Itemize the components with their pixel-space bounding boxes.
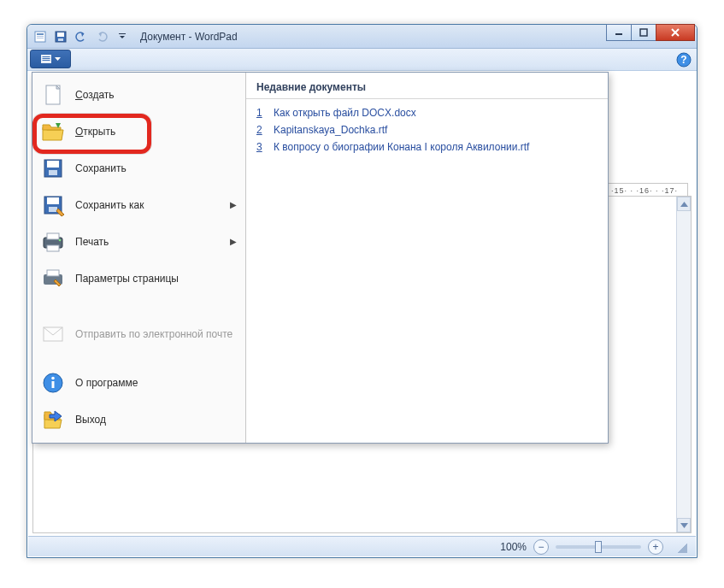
- menu-item-exit[interactable]: Выход: [32, 401, 245, 438]
- menu-item-label: Сохранить как: [75, 199, 221, 211]
- app-icon[interactable]: [31, 27, 50, 46]
- file-menu-commands: СоздатьОткрытьСохранитьСохранить как▶Печ…: [32, 73, 246, 443]
- svg-rect-21: [47, 197, 59, 204]
- svg-rect-19: [49, 170, 57, 175]
- menu-item-print[interactable]: Печать▶: [32, 223, 245, 260]
- close-button[interactable]: [656, 24, 695, 41]
- scroll-down-button[interactable]: [677, 518, 691, 532]
- chevron-right-icon: ▶: [230, 237, 237, 246]
- svg-rect-13: [43, 60, 50, 61]
- window-title: Документ - WordPad: [140, 31, 238, 43]
- menu-item-label: О программе: [75, 377, 237, 389]
- email-icon: [39, 320, 67, 348]
- svg-rect-25: [47, 245, 59, 251]
- menu-item-save-as[interactable]: Сохранить как▶: [32, 186, 245, 223]
- menu-item-label: Сохранить: [75, 162, 237, 174]
- maximize-button[interactable]: [631, 24, 656, 41]
- recent-item-name: Как открыть файл DOCX.docx: [274, 107, 416, 119]
- minimize-button[interactable]: [606, 24, 632, 41]
- svg-rect-8: [615, 33, 622, 35]
- svg-rect-12: [43, 58, 50, 59]
- scroll-up-button[interactable]: [677, 197, 691, 211]
- qat-undo-button[interactable]: [72, 27, 91, 46]
- chevron-down-icon: [55, 57, 61, 62]
- menu-item-new-doc[interactable]: Создать: [32, 76, 245, 113]
- resize-grip[interactable]: [675, 541, 687, 553]
- vertical-scrollbar[interactable]: [676, 197, 691, 532]
- save-as-icon: [39, 191, 67, 219]
- menu-item-open-folder[interactable]: Открыть: [32, 113, 245, 150]
- quick-access-toolbar: [31, 27, 132, 46]
- menu-item-label: Открыть: [75, 126, 237, 138]
- menu-item-label: Отправить по электронной почте: [75, 328, 237, 340]
- about-icon: [39, 369, 67, 397]
- svg-point-26: [59, 238, 62, 241]
- svg-point-32: [51, 376, 55, 379]
- recent-item-number: 3: [256, 141, 265, 153]
- app-window: Документ - WordPad ? ·15· · ·16· · ·17· …: [26, 24, 698, 558]
- help-button[interactable]: ?: [676, 52, 692, 68]
- recent-item-number: 2: [256, 124, 265, 136]
- menu-item-page-setup[interactable]: Параметры страницы: [32, 260, 245, 297]
- zoom-slider-thumb[interactable]: [595, 541, 602, 553]
- menu-item-label: Печать: [75, 236, 221, 248]
- recent-item-name: Kapitanskaya_Dochka.rtf: [274, 124, 387, 136]
- new-doc-icon: [39, 81, 67, 109]
- menu-item-save[interactable]: Сохранить: [32, 150, 245, 186]
- svg-rect-24: [47, 233, 59, 239]
- open-folder-icon: [39, 118, 67, 145]
- zoom-in-button[interactable]: +: [648, 539, 663, 555]
- titlebar: Документ - WordPad: [27, 25, 697, 49]
- svg-rect-6: [58, 38, 63, 41]
- svg-rect-5: [57, 32, 64, 37]
- recent-item-number: 1: [256, 107, 265, 119]
- ribbon: ?: [27, 49, 697, 71]
- svg-rect-7: [119, 33, 126, 34]
- menu-item-label: Параметры страницы: [75, 273, 237, 285]
- qat-customize-button[interactable]: [113, 27, 132, 46]
- menu-item-email: Отправить по электронной почте: [32, 315, 245, 352]
- file-tab[interactable]: [30, 50, 71, 68]
- svg-rect-1: [37, 33, 44, 35]
- menu-item-about[interactable]: О программе: [32, 364, 245, 401]
- qat-redo-button[interactable]: [92, 27, 111, 46]
- svg-rect-28: [47, 270, 59, 276]
- svg-rect-18: [47, 161, 59, 168]
- svg-rect-2: [37, 36, 44, 37]
- recent-item-name: К вопросу о биографии Конана I короля Ак…: [274, 141, 529, 153]
- scroll-track[interactable]: [677, 211, 691, 518]
- statusbar: 100% − +: [28, 536, 696, 556]
- svg-rect-11: [43, 56, 50, 57]
- file-menu: СоздатьОткрытьСохранитьСохранить как▶Печ…: [32, 72, 609, 444]
- zoom-slider[interactable]: [556, 545, 641, 549]
- recent-documents-panel: Недавние документы 1Как открыть файл DOC…: [246, 73, 608, 443]
- recent-documents-header: Недавние документы: [246, 73, 608, 99]
- recent-documents-list: 1Как открыть файл DOCX.docx2Kapitanskaya…: [246, 99, 608, 161]
- recent-document-item[interactable]: 2Kapitanskaya_Dochka.rtf: [255, 121, 599, 138]
- zoom-level: 100%: [500, 541, 527, 553]
- menu-item-label: Создать: [75, 89, 237, 101]
- window-controls: [607, 24, 695, 41]
- svg-rect-3: [37, 38, 44, 38]
- page-setup-icon: [39, 265, 67, 292]
- recent-document-item[interactable]: 3К вопросу о биографии Конана I короля А…: [255, 138, 599, 156]
- qat-save-button[interactable]: [51, 27, 70, 46]
- zoom-out-button[interactable]: −: [533, 539, 549, 555]
- chevron-right-icon: ▶: [230, 200, 237, 209]
- exit-icon: [39, 406, 67, 433]
- svg-rect-31: [52, 381, 55, 388]
- svg-text:?: ?: [680, 54, 686, 66]
- menu-item-label: Выход: [75, 414, 237, 426]
- save-icon: [39, 155, 67, 182]
- file-tab-icon: [40, 54, 52, 64]
- svg-rect-9: [640, 29, 647, 36]
- print-icon: [39, 228, 67, 256]
- recent-document-item[interactable]: 1Как открыть файл DOCX.docx: [255, 104, 599, 121]
